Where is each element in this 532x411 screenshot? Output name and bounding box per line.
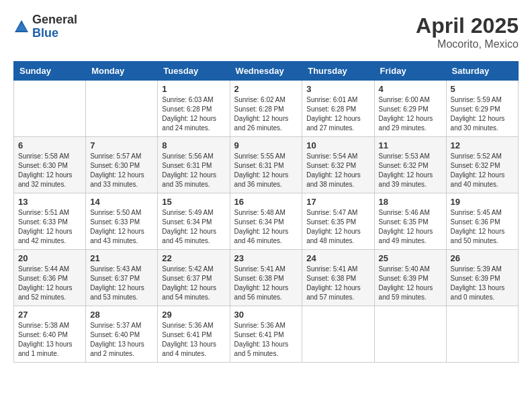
location-title: Mocorito, Mexico (416, 38, 519, 50)
weekday-header-cell: Thursday (302, 62, 374, 81)
calendar-day-cell: 8Sunrise: 5:56 AM Sunset: 6:31 PM Daylig… (158, 137, 230, 193)
calendar-week-row: 1Sunrise: 6:03 AM Sunset: 6:28 PM Daylig… (14, 81, 519, 137)
day-info: Sunrise: 6:01 AM Sunset: 6:28 PM Dayligh… (306, 95, 369, 133)
weekday-header-cell: Wednesday (230, 62, 302, 81)
day-info: Sunrise: 5:54 AM Sunset: 6:32 PM Dayligh… (306, 152, 369, 189)
calendar-table: SundayMondayTuesdayWednesdayThursdayFrid… (13, 61, 519, 363)
calendar-day-cell: 23Sunrise: 5:41 AM Sunset: 6:38 PM Dayli… (230, 250, 302, 306)
day-number: 29 (162, 310, 225, 320)
calendar-day-cell: 6Sunrise: 5:58 AM Sunset: 6:30 PM Daylig… (14, 137, 86, 193)
day-number: 10 (306, 140, 369, 150)
day-info: Sunrise: 5:52 AM Sunset: 6:32 PM Dayligh… (451, 152, 514, 189)
day-number: 28 (90, 310, 153, 320)
calendar-day-cell: 14Sunrise: 5:50 AM Sunset: 6:33 PM Dayli… (86, 193, 158, 250)
day-number: 25 (379, 253, 442, 263)
title-area: April 2025 Mocorito, Mexico (416, 13, 519, 50)
day-number: 13 (18, 197, 81, 207)
day-number: 20 (18, 253, 81, 263)
day-info: Sunrise: 5:37 AM Sunset: 6:40 PM Dayligh… (90, 321, 153, 359)
day-info: Sunrise: 5:57 AM Sunset: 6:30 PM Dayligh… (90, 152, 153, 189)
day-info: Sunrise: 5:42 AM Sunset: 6:37 PM Dayligh… (162, 265, 225, 302)
calendar-day-cell: 4Sunrise: 6:00 AM Sunset: 6:29 PM Daylig… (374, 81, 446, 137)
calendar-day-cell: 21Sunrise: 5:43 AM Sunset: 6:37 PM Dayli… (86, 250, 158, 306)
calendar-day-cell: 7Sunrise: 5:57 AM Sunset: 6:30 PM Daylig… (86, 137, 158, 193)
calendar-day-cell: 19Sunrise: 5:45 AM Sunset: 6:36 PM Dayli… (446, 193, 518, 250)
day-info: Sunrise: 5:36 AM Sunset: 6:41 PM Dayligh… (234, 321, 298, 359)
calendar-day-cell (86, 81, 158, 137)
calendar-day-cell: 30Sunrise: 5:36 AM Sunset: 6:41 PM Dayli… (230, 306, 302, 363)
weekday-header-cell: Tuesday (158, 62, 230, 81)
logo-blue-text: Blue (32, 27, 77, 40)
day-number: 26 (451, 253, 514, 263)
day-info: Sunrise: 6:02 AM Sunset: 6:28 PM Dayligh… (234, 95, 298, 133)
calendar-day-cell: 16Sunrise: 5:48 AM Sunset: 6:34 PM Dayli… (230, 193, 302, 250)
day-info: Sunrise: 5:36 AM Sunset: 6:41 PM Dayligh… (162, 321, 225, 359)
day-number: 18 (379, 197, 442, 207)
logo-general-text: General (32, 13, 77, 27)
day-number: 22 (162, 253, 225, 263)
day-info: Sunrise: 6:03 AM Sunset: 6:28 PM Dayligh… (162, 95, 225, 133)
day-info: Sunrise: 5:46 AM Sunset: 6:35 PM Dayligh… (379, 208, 442, 246)
day-number: 6 (18, 140, 81, 150)
calendar-week-row: 27Sunrise: 5:38 AM Sunset: 6:40 PM Dayli… (14, 306, 519, 363)
logo-icon (13, 19, 30, 35)
calendar-week-row: 6Sunrise: 5:58 AM Sunset: 6:30 PM Daylig… (14, 137, 519, 193)
calendar-day-cell: 22Sunrise: 5:42 AM Sunset: 6:37 PM Dayli… (158, 250, 230, 306)
day-number: 11 (379, 140, 442, 150)
calendar-day-cell (302, 306, 374, 363)
day-number: 30 (234, 310, 298, 320)
day-number: 17 (306, 197, 369, 207)
day-number: 19 (451, 197, 514, 207)
day-number: 2 (234, 84, 298, 94)
day-info: Sunrise: 5:53 AM Sunset: 6:32 PM Dayligh… (379, 152, 442, 189)
page-header: General Blue April 2025 Mocorito, Mexico (13, 13, 519, 50)
calendar-day-cell: 3Sunrise: 6:01 AM Sunset: 6:28 PM Daylig… (302, 81, 374, 137)
day-number: 12 (451, 140, 514, 150)
day-info: Sunrise: 5:39 AM Sunset: 6:39 PM Dayligh… (451, 265, 514, 302)
calendar-day-cell: 2Sunrise: 6:02 AM Sunset: 6:28 PM Daylig… (230, 81, 302, 137)
calendar-day-cell: 29Sunrise: 5:36 AM Sunset: 6:41 PM Dayli… (158, 306, 230, 363)
calendar-day-cell: 18Sunrise: 5:46 AM Sunset: 6:35 PM Dayli… (374, 193, 446, 250)
day-info: Sunrise: 5:44 AM Sunset: 6:36 PM Dayligh… (18, 265, 81, 302)
calendar-day-cell: 25Sunrise: 5:40 AM Sunset: 6:39 PM Dayli… (374, 250, 446, 306)
calendar-day-cell: 13Sunrise: 5:51 AM Sunset: 6:33 PM Dayli… (14, 193, 86, 250)
svg-marker-1 (16, 23, 27, 31)
day-number: 24 (306, 253, 369, 263)
day-info: Sunrise: 5:40 AM Sunset: 6:39 PM Dayligh… (379, 265, 442, 302)
calendar-day-cell: 24Sunrise: 5:41 AM Sunset: 6:38 PM Dayli… (302, 250, 374, 306)
day-info: Sunrise: 5:51 AM Sunset: 6:33 PM Dayligh… (18, 208, 81, 246)
day-number: 1 (162, 84, 225, 94)
day-info: Sunrise: 5:38 AM Sunset: 6:40 PM Dayligh… (18, 321, 81, 359)
day-number: 27 (18, 310, 81, 320)
calendar-day-cell: 17Sunrise: 5:47 AM Sunset: 6:35 PM Dayli… (302, 193, 374, 250)
day-info: Sunrise: 5:41 AM Sunset: 6:38 PM Dayligh… (234, 265, 298, 302)
day-info: Sunrise: 6:00 AM Sunset: 6:29 PM Dayligh… (379, 95, 442, 133)
day-number: 23 (234, 253, 298, 263)
weekday-header-cell: Friday (374, 62, 446, 81)
day-number: 15 (162, 197, 225, 207)
weekday-header-cell: Sunday (14, 62, 86, 81)
day-number: 21 (90, 253, 153, 263)
calendar-day-cell: 12Sunrise: 5:52 AM Sunset: 6:32 PM Dayli… (446, 137, 518, 193)
day-number: 16 (234, 197, 298, 207)
day-info: Sunrise: 5:56 AM Sunset: 6:31 PM Dayligh… (162, 152, 225, 189)
calendar-day-cell: 15Sunrise: 5:49 AM Sunset: 6:34 PM Dayli… (158, 193, 230, 250)
calendar-day-cell: 28Sunrise: 5:37 AM Sunset: 6:40 PM Dayli… (86, 306, 158, 363)
day-info: Sunrise: 5:45 AM Sunset: 6:36 PM Dayligh… (451, 208, 514, 246)
calendar-day-cell: 1Sunrise: 6:03 AM Sunset: 6:28 PM Daylig… (158, 81, 230, 137)
day-info: Sunrise: 5:48 AM Sunset: 6:34 PM Dayligh… (234, 208, 298, 246)
day-info: Sunrise: 5:47 AM Sunset: 6:35 PM Dayligh… (306, 208, 369, 246)
day-number: 14 (90, 197, 153, 207)
day-number: 3 (306, 84, 369, 94)
weekday-header-row: SundayMondayTuesdayWednesdayThursdayFrid… (14, 62, 519, 81)
calendar-day-cell (374, 306, 446, 363)
day-info: Sunrise: 5:55 AM Sunset: 6:31 PM Dayligh… (234, 152, 298, 189)
calendar-day-cell: 11Sunrise: 5:53 AM Sunset: 6:32 PM Dayli… (374, 137, 446, 193)
calendar-body: 1Sunrise: 6:03 AM Sunset: 6:28 PM Daylig… (14, 81, 519, 363)
calendar-day-cell: 20Sunrise: 5:44 AM Sunset: 6:36 PM Dayli… (14, 250, 86, 306)
calendar-week-row: 20Sunrise: 5:44 AM Sunset: 6:36 PM Dayli… (14, 250, 519, 306)
month-title: April 2025 (416, 13, 519, 38)
calendar-day-cell: 26Sunrise: 5:39 AM Sunset: 6:39 PM Dayli… (446, 250, 518, 306)
day-info: Sunrise: 5:41 AM Sunset: 6:38 PM Dayligh… (306, 265, 369, 302)
calendar-week-row: 13Sunrise: 5:51 AM Sunset: 6:33 PM Dayli… (14, 193, 519, 250)
